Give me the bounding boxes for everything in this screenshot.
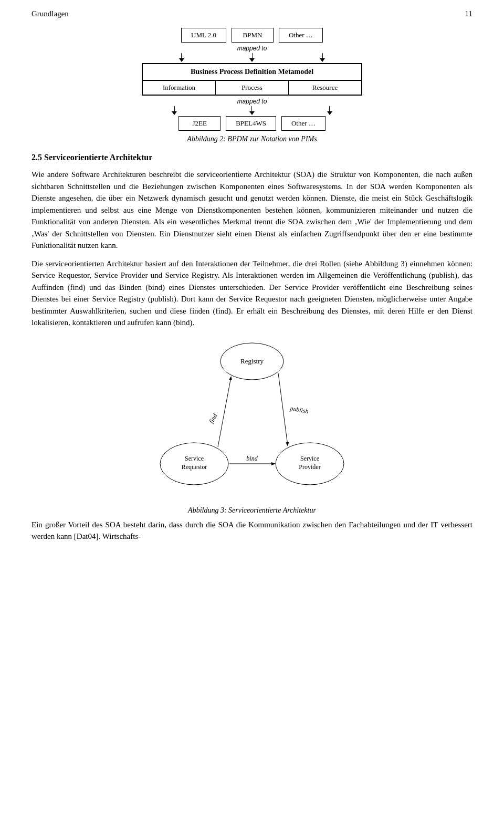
mapped-to-1: mapped to <box>237 45 267 52</box>
soa-diagram: Registry Service Requestor Service Provi… <box>147 335 357 503</box>
bpdm-diagram: UML 2.0 BPMN Other … mapped to <box>94 28 410 131</box>
header-left: Grundlagen <box>32 9 69 18</box>
page-header: Grundlagen 11 <box>32 9 472 18</box>
section-number: 2.5 <box>32 153 42 162</box>
figure2-container: Registry Service Requestor Service Provi… <box>32 335 472 515</box>
svg-text:Requestor: Requestor <box>182 463 207 471</box>
paragraph-3: Ein großer Vorteil des SOA besteht darin… <box>32 519 472 543</box>
figure1-container: UML 2.0 BPMN Other … mapped to <box>32 28 472 143</box>
sub-box-info: Information <box>143 81 216 95</box>
svg-text:Service: Service <box>185 455 204 462</box>
section-title: Serviceorientierte Architektur <box>44 153 152 162</box>
header-right: 11 <box>465 9 472 18</box>
svg-text:Registry: Registry <box>240 357 264 365</box>
mapped-to-2: mapped to <box>237 98 267 105</box>
bottom-boxes-row: J2EE BPEL4WS Other … <box>178 116 326 131</box>
section-heading: 2.5 Serviceorientierte Architektur <box>32 153 472 162</box>
box-bpmn: BPMN <box>232 28 274 43</box>
box-uml: UML 2.0 <box>181 28 226 43</box>
svg-text:publish: publish <box>289 404 309 414</box>
paragraph-1: Wie andere Software Architekturen beschr… <box>32 169 472 252</box>
box-bpel4ws: BPEL4WS <box>226 116 276 131</box>
box-j2ee: J2EE <box>178 116 220 131</box>
sub-boxes: Information Process Resource <box>142 81 362 96</box>
figure2-caption: Abbildung 3: Serviceorientierte Architek… <box>188 506 316 515</box>
svg-text:Service: Service <box>300 455 319 462</box>
svg-line-8 <box>218 377 231 447</box>
page: Grundlagen 11 UML 2.0 BPMN Other … mappe… <box>0 0 504 565</box>
box-other-bottom: Other … <box>281 116 326 131</box>
sub-box-resource: Resource <box>289 81 361 95</box>
svg-text:find: find <box>207 412 219 424</box>
main-box: Business Process Definition Metamodel <box>142 63 362 81</box>
svg-text:bind: bind <box>246 455 258 462</box>
svg-text:Provider: Provider <box>299 463 320 471</box>
top-boxes-row: UML 2.0 BPMN Other … <box>181 28 323 43</box>
figure1-caption: Abbildung 2: BPDM zur Notation von PIMs <box>187 135 317 143</box>
svg-line-10 <box>278 373 288 445</box>
paragraph-2: Die serviceorientierten Architektur basi… <box>32 258 472 329</box>
sub-box-process: Process <box>216 81 289 95</box>
box-other-top: Other … <box>279 28 323 43</box>
